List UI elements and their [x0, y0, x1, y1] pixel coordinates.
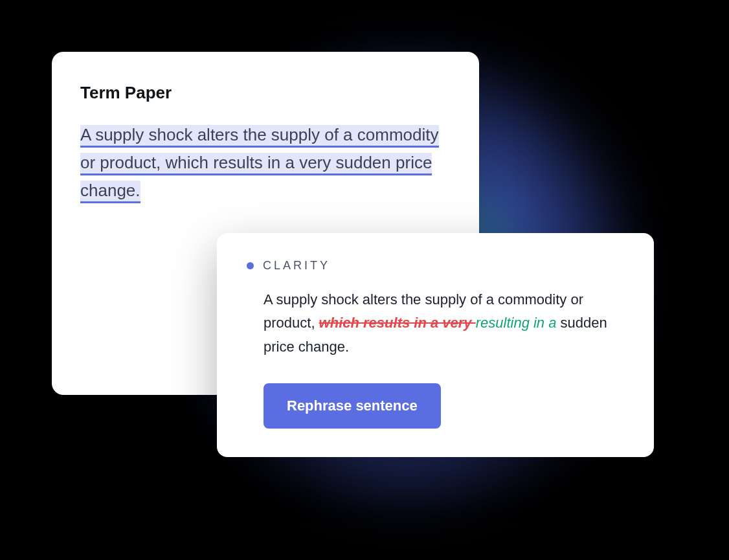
- suggestion-text-added: resulting in a: [476, 315, 561, 331]
- suggestion-text: A supply shock alters the supply of a co…: [247, 288, 624, 359]
- category-dot-icon: [247, 262, 254, 269]
- suggestion-card: CLARITY A supply shock alters the supply…: [217, 233, 654, 457]
- suggestion-category-label: CLARITY: [263, 259, 330, 273]
- rephrase-button[interactable]: Rephrase sentence: [264, 383, 441, 429]
- suggestion-text-removed: which results in a very: [319, 315, 476, 331]
- highlighted-sentence[interactable]: A supply shock alters the supply of a co…: [80, 125, 439, 203]
- suggestion-category-row: CLARITY: [247, 259, 624, 273]
- document-body[interactable]: A supply shock alters the supply of a co…: [80, 121, 451, 205]
- document-title: Term Paper: [80, 83, 451, 103]
